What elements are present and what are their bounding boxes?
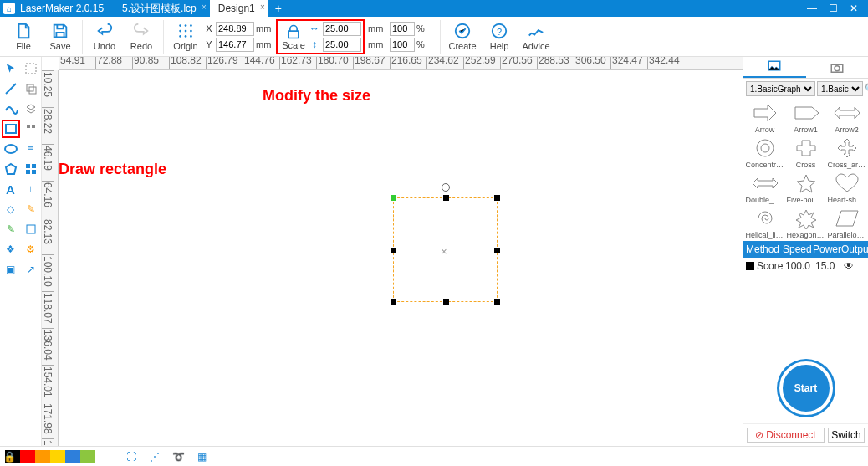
- tab-add[interactable]: +: [268, 0, 288, 17]
- shape-double_arrow[interactable]: Double_arrow: [745, 171, 784, 204]
- scale-lock-button[interactable]: Scale: [279, 23, 308, 50]
- layer-output-icon[interactable]: 👁: [844, 260, 868, 272]
- shape-arrow[interactable]: Arrow: [745, 100, 784, 134]
- resize-handle-s[interactable]: [443, 299, 449, 305]
- category-select-2[interactable]: 1.Basic: [817, 81, 863, 96]
- marquee-tool[interactable]: [22, 59, 40, 78]
- layer-power: 15.0: [815, 260, 844, 272]
- height-input[interactable]: [323, 38, 361, 52]
- help-icon: ?: [490, 22, 508, 40]
- text-tool[interactable]: A: [2, 180, 20, 198]
- switch-button[interactable]: Switch: [828, 428, 865, 443]
- nodes-icon[interactable]: ⋰: [146, 448, 164, 465]
- close-icon[interactable]: ×: [202, 3, 207, 12]
- start-button[interactable]: Start: [779, 361, 833, 415]
- search-shapes-icon[interactable]: 🔍: [865, 81, 868, 96]
- close-icon[interactable]: ×: [260, 3, 265, 12]
- measure-tool[interactable]: ⟂: [22, 180, 40, 198]
- right-panel-tabs: [743, 57, 868, 79]
- layers-tool[interactable]: [22, 100, 40, 118]
- shape-tool[interactable]: ❖: [2, 240, 20, 259]
- help-button[interactable]: ? Help: [481, 18, 518, 55]
- origin-button[interactable]: Origin: [167, 18, 204, 55]
- line-tool[interactable]: [2, 79, 20, 98]
- width-percent-input[interactable]: [390, 22, 415, 36]
- selected-rectangle[interactable]: ×: [393, 197, 498, 302]
- align-tool[interactable]: [22, 120, 40, 138]
- scale-highlight: Scale ↔ ↕: [276, 19, 365, 54]
- grid-icon[interactable]: ▦: [192, 448, 211, 465]
- shape-parallelogram[interactable]: Parallelogram: [827, 206, 866, 239]
- path-icon[interactable]: ➰: [169, 448, 187, 465]
- minimize-icon[interactable]: —: [807, 3, 817, 14]
- rotate-handle[interactable]: [442, 183, 450, 192]
- resize-handle-e[interactable]: [494, 248, 500, 253]
- resize-handle-w[interactable]: [391, 248, 396, 253]
- color-swatch[interactable]: [65, 450, 80, 463]
- close-window-icon[interactable]: ✕: [850, 3, 858, 14]
- app-icon: ⌂: [3, 3, 15, 14]
- trace-tool[interactable]: ✎: [22, 200, 40, 218]
- pen-tool[interactable]: ✎: [2, 220, 20, 238]
- layer-row[interactable]: Score 100.0 15.0 👁: [743, 258, 868, 274]
- x-input[interactable]: [216, 22, 254, 36]
- shape-cross_arrow[interactable]: Cross_arrow: [827, 136, 866, 169]
- shape-arrow2[interactable]: Arrow2: [827, 100, 866, 134]
- select-tool[interactable]: [2, 59, 20, 78]
- advice-button[interactable]: Advice: [518, 18, 554, 55]
- svg-point-1: [185, 24, 187, 27]
- resize-handle-ne[interactable]: [494, 195, 500, 201]
- color-swatch[interactable]: [50, 450, 65, 463]
- workspace: ≡ A⟂ ◇✎ ✎ ❖⚙ ▣↗ 🔒 54.9172.8890.85108.821…: [0, 57, 868, 446]
- create-label: Create: [448, 41, 476, 51]
- transform-icon[interactable]: ⛶: [122, 448, 140, 465]
- maximize-icon[interactable]: ☐: [829, 3, 838, 14]
- shape-concentric_...[interactable]: Concentric_...: [745, 136, 784, 169]
- color-swatch[interactable]: [80, 450, 95, 463]
- shape-arrow1[interactable]: Arrow1: [786, 100, 825, 134]
- polygon-tool[interactable]: [2, 160, 20, 178]
- origin-handle[interactable]: [391, 195, 396, 201]
- shapes-tab[interactable]: [743, 57, 806, 78]
- gear-tool[interactable]: ⚙: [22, 240, 40, 259]
- list-tool[interactable]: ≡: [22, 140, 40, 158]
- annotation-size: Modify the size: [263, 87, 370, 105]
- undo-button[interactable]: Undo: [86, 18, 123, 55]
- color-swatch[interactable]: [35, 450, 50, 463]
- ellipse-tool[interactable]: [2, 140, 20, 158]
- y-input[interactable]: [216, 38, 254, 52]
- grid-tool[interactable]: [22, 160, 40, 178]
- redo-button[interactable]: Redo: [123, 18, 160, 55]
- tab-template[interactable]: 5.设计图模板.lcp ×: [114, 0, 210, 17]
- resize-handle-n[interactable]: [443, 195, 449, 201]
- width-input[interactable]: [323, 22, 361, 36]
- rectangle-tool[interactable]: [2, 120, 20, 138]
- shape-helical_line[interactable]: Helical_line: [745, 206, 784, 239]
- box-tool[interactable]: [22, 220, 40, 238]
- disconnect-button[interactable]: ⊘Disconnect: [747, 428, 825, 443]
- switch-label: Switch: [831, 429, 860, 441]
- height-percent-input[interactable]: [390, 38, 415, 52]
- main-toolbar: File Save Undo Redo Origin X mm Y mm Sca…: [0, 17, 868, 57]
- camera-tab[interactable]: [806, 57, 869, 78]
- image-tool[interactable]: ▣: [2, 260, 20, 279]
- export-tool[interactable]: ↗: [22, 260, 40, 279]
- category-select-1[interactable]: 1.BasicGraph: [746, 81, 815, 96]
- curve-tool[interactable]: [2, 100, 20, 118]
- copy-tool[interactable]: [22, 79, 40, 98]
- canvas[interactable]: Modify the size Draw rectangle ×: [59, 70, 743, 446]
- start-label: Start: [794, 382, 817, 394]
- shape-hexagonal_...[interactable]: Hexagonal_...: [786, 206, 825, 239]
- shape-five-pointe...[interactable]: Five-pointe...: [786, 171, 825, 204]
- lock-corner-icon[interactable]: 🔒: [3, 451, 16, 463]
- shape-cross[interactable]: Cross: [786, 136, 825, 169]
- tab-design1[interactable]: Design1 ×: [210, 0, 268, 17]
- shape-heart-shaped[interactable]: Heart-shaped: [827, 171, 866, 204]
- resize-handle-sw[interactable]: [391, 299, 396, 305]
- star-tool[interactable]: ◇: [2, 200, 20, 218]
- resize-handle-se[interactable]: [494, 299, 500, 305]
- save-button[interactable]: Save: [42, 18, 79, 55]
- create-button[interactable]: Create: [444, 18, 481, 55]
- file-button[interactable]: File: [5, 18, 42, 55]
- color-swatch[interactable]: [20, 450, 35, 463]
